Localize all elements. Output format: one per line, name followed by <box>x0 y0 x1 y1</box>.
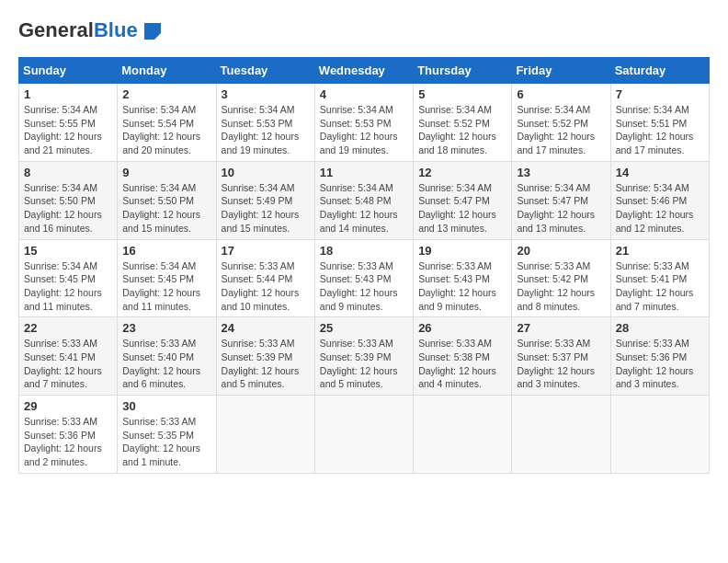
calendar-cell: 7 Sunrise: 5:34 AM Sunset: 5:51 PM Dayli… <box>610 84 709 162</box>
daylight-minutes: and 8 minutes. <box>517 301 580 312</box>
cell-info: Sunrise: 5:33 AM Sunset: 5:37 PM Dayligh… <box>517 337 605 391</box>
daylight-label: Daylight: 12 hours <box>616 287 694 298</box>
daylight-label: Daylight: 12 hours <box>122 365 200 376</box>
calendar-cell: 13 Sunrise: 5:34 AM Sunset: 5:47 PM Dayl… <box>512 161 610 239</box>
calendar-cell <box>314 396 413 474</box>
sunset-label: Sunset: 5:43 PM <box>320 273 392 284</box>
cell-day-number: 28 <box>616 321 704 335</box>
calendar-cell: 8 Sunrise: 5:34 AM Sunset: 5:50 PM Dayli… <box>19 161 118 239</box>
sunrise-label: Sunrise: 5:33 AM <box>418 260 492 271</box>
sunrise-label: Sunrise: 5:34 AM <box>24 104 97 115</box>
cell-info: Sunrise: 5:34 AM Sunset: 5:52 PM Dayligh… <box>418 103 506 157</box>
calendar-cell: 12 Sunrise: 5:34 AM Sunset: 5:47 PM Dayl… <box>414 161 512 239</box>
cell-info: Sunrise: 5:33 AM Sunset: 5:38 PM Dayligh… <box>418 337 506 391</box>
daylight-minutes: and 2 minutes. <box>24 456 87 467</box>
sunrise-label: Sunrise: 5:34 AM <box>517 182 590 193</box>
daylight-label: Daylight: 12 hours <box>24 442 102 454</box>
calendar-cell: 11 Sunrise: 5:34 AM Sunset: 5:48 PM Dayl… <box>314 161 413 239</box>
cell-info: Sunrise: 5:34 AM Sunset: 5:52 PM Dayligh… <box>517 103 605 157</box>
daylight-minutes: and 3 minutes. <box>616 378 679 389</box>
cell-day-number: 6 <box>517 87 605 101</box>
sunrise-label: Sunrise: 5:33 AM <box>320 260 393 271</box>
cell-day-number: 16 <box>122 244 210 258</box>
cell-info: Sunrise: 5:33 AM Sunset: 5:36 PM Dayligh… <box>24 415 112 469</box>
sunset-label: Sunset: 5:47 PM <box>418 195 490 206</box>
cell-info: Sunrise: 5:34 AM Sunset: 5:45 PM Dayligh… <box>24 259 112 314</box>
sunset-label: Sunset: 5:43 PM <box>418 273 490 284</box>
daylight-minutes: and 18 minutes. <box>418 144 487 155</box>
sunset-label: Sunset: 5:51 PM <box>616 118 688 129</box>
cell-info: Sunrise: 5:34 AM Sunset: 5:51 PM Dayligh… <box>616 103 704 157</box>
daylight-label: Daylight: 12 hours <box>222 287 300 298</box>
calendar-cell: 22 Sunrise: 5:33 AM Sunset: 5:41 PM Dayl… <box>19 317 118 396</box>
calendar-cell: 6 Sunrise: 5:34 AM Sunset: 5:52 PM Dayli… <box>512 84 610 162</box>
daylight-minutes: and 7 minutes. <box>24 378 87 389</box>
cell-info: Sunrise: 5:34 AM Sunset: 5:45 PM Dayligh… <box>122 259 210 314</box>
cell-day-number: 29 <box>24 399 112 413</box>
calendar-cell: 27 Sunrise: 5:33 AM Sunset: 5:37 PM Dayl… <box>512 317 610 396</box>
daylight-label: Daylight: 12 hours <box>418 365 496 376</box>
cell-day-number: 24 <box>222 321 310 335</box>
cell-day-number: 1 <box>24 87 112 101</box>
calendar-cell: 14 Sunrise: 5:34 AM Sunset: 5:46 PM Dayl… <box>610 161 709 239</box>
sunset-label: Sunset: 5:41 PM <box>24 351 96 362</box>
daylight-minutes: and 19 minutes. <box>222 144 290 155</box>
daylight-minutes: and 14 minutes. <box>320 223 389 234</box>
daylight-minutes: and 15 minutes. <box>122 223 191 234</box>
sunrise-label: Sunrise: 5:33 AM <box>517 260 590 271</box>
sunset-label: Sunset: 5:44 PM <box>222 273 293 284</box>
cell-info: Sunrise: 5:34 AM Sunset: 5:53 PM Dayligh… <box>320 103 408 157</box>
weekday-header-friday: Friday <box>512 58 610 84</box>
cell-day-number: 17 <box>222 244 310 258</box>
cell-day-number: 5 <box>418 87 506 101</box>
sunrise-label: Sunrise: 5:33 AM <box>122 416 196 427</box>
calendar-cell: 18 Sunrise: 5:33 AM Sunset: 5:43 PM Dayl… <box>314 239 413 317</box>
daylight-label: Daylight: 12 hours <box>24 365 102 376</box>
sunset-label: Sunset: 5:55 PM <box>24 118 96 129</box>
cell-day-number: 30 <box>122 399 210 413</box>
daylight-label: Daylight: 12 hours <box>222 131 300 142</box>
daylight-label: Daylight: 12 hours <box>320 131 398 142</box>
calendar-cell: 3 Sunrise: 5:34 AM Sunset: 5:53 PM Dayli… <box>216 84 314 162</box>
cell-info: Sunrise: 5:34 AM Sunset: 5:50 PM Dayligh… <box>122 181 210 236</box>
cell-day-number: 14 <box>616 166 704 179</box>
daylight-label: Daylight: 12 hours <box>418 131 496 142</box>
cell-info: Sunrise: 5:34 AM Sunset: 5:48 PM Dayligh… <box>320 181 408 236</box>
daylight-minutes: and 5 minutes. <box>222 378 285 389</box>
svg-marker-0 <box>147 23 161 40</box>
logo-general: General <box>18 18 94 41</box>
weekday-header-wednesday: Wednesday <box>314 58 413 84</box>
sunset-label: Sunset: 5:42 PM <box>517 273 588 284</box>
calendar-cell: 29 Sunrise: 5:33 AM Sunset: 5:36 PM Dayl… <box>19 396 118 474</box>
sunrise-label: Sunrise: 5:33 AM <box>24 416 97 427</box>
sunrise-label: Sunrise: 5:34 AM <box>517 104 590 115</box>
cell-info: Sunrise: 5:34 AM Sunset: 5:47 PM Dayligh… <box>418 181 506 236</box>
sunset-label: Sunset: 5:39 PM <box>222 351 293 362</box>
sunset-label: Sunset: 5:53 PM <box>320 118 392 129</box>
sunset-label: Sunset: 5:50 PM <box>122 195 194 206</box>
calendar-cell: 30 Sunrise: 5:33 AM Sunset: 5:35 PM Dayl… <box>118 396 216 474</box>
calendar-cell: 5 Sunrise: 5:34 AM Sunset: 5:52 PM Dayli… <box>414 84 512 162</box>
calendar-cell: 24 Sunrise: 5:33 AM Sunset: 5:39 PM Dayl… <box>216 317 314 396</box>
cell-info: Sunrise: 5:33 AM Sunset: 5:39 PM Dayligh… <box>222 337 310 391</box>
week-row-3: 15 Sunrise: 5:34 AM Sunset: 5:45 PM Dayl… <box>19 239 710 317</box>
sunrise-label: Sunrise: 5:34 AM <box>616 182 689 193</box>
calendar-cell: 4 Sunrise: 5:34 AM Sunset: 5:53 PM Dayli… <box>314 84 413 162</box>
header: GeneralBlue <box>18 18 710 42</box>
weekday-header-saturday: Saturday <box>610 58 709 84</box>
daylight-minutes: and 13 minutes. <box>517 223 586 234</box>
sunrise-label: Sunrise: 5:33 AM <box>418 338 492 349</box>
daylight-label: Daylight: 12 hours <box>122 287 200 298</box>
daylight-label: Daylight: 12 hours <box>222 209 300 220</box>
calendar-cell <box>414 396 512 474</box>
daylight-minutes: and 3 minutes. <box>517 378 580 389</box>
cell-day-number: 3 <box>222 87 310 101</box>
sunset-label: Sunset: 5:40 PM <box>122 351 194 362</box>
svg-marker-1 <box>144 23 148 40</box>
calendar-cell: 23 Sunrise: 5:33 AM Sunset: 5:40 PM Dayl… <box>118 317 216 396</box>
sunrise-label: Sunrise: 5:34 AM <box>24 260 97 271</box>
sunrise-label: Sunrise: 5:34 AM <box>418 182 492 193</box>
sunrise-label: Sunrise: 5:33 AM <box>616 338 689 349</box>
cell-info: Sunrise: 5:34 AM Sunset: 5:55 PM Dayligh… <box>24 103 112 157</box>
daylight-minutes: and 19 minutes. <box>320 144 389 155</box>
